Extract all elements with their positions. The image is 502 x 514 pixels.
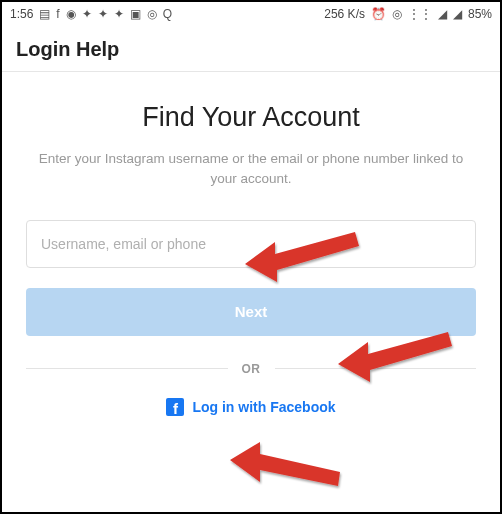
battery-text: 85% <box>468 7 492 21</box>
status-bar: 1:56 ▤ f ◉ ✦ ✦ ✦ ▣ ◎ Q 256 K/s ⏰ ◎ ⋮⋮ ◢ … <box>2 2 500 26</box>
notification-icon: ▤ <box>39 7 50 21</box>
chrome-icon: ◎ <box>147 7 157 21</box>
facebook-label: Log in with Facebook <box>192 399 335 415</box>
gallery-icon: ▣ <box>130 7 141 21</box>
svg-marker-2 <box>230 442 340 486</box>
main-content: Find Your Account Enter your Instagram u… <box>2 72 500 416</box>
quora-icon: Q <box>163 7 172 21</box>
wifi-icon: ⋮⋮ <box>408 7 432 21</box>
or-divider: OR <box>26 362 476 376</box>
next-button[interactable]: Next <box>26 288 476 336</box>
facebook-status-icon: f <box>56 7 59 21</box>
divider-label: OR <box>242 362 261 376</box>
content-subtitle: Enter your Instagram username or the ema… <box>26 149 476 190</box>
facebook-icon <box>166 398 184 416</box>
facebook-login-link[interactable]: Log in with Facebook <box>26 398 476 416</box>
page-title: Login Help <box>16 38 486 61</box>
divider-line-right <box>275 368 477 369</box>
divider-line-left <box>26 368 228 369</box>
signal2-icon: ◢ <box>453 7 462 21</box>
hotspot-icon: ◎ <box>392 7 402 21</box>
app-header: Login Help <box>2 26 500 72</box>
alarm-icon: ⏰ <box>371 7 386 21</box>
uc3-icon: ✦ <box>114 7 124 21</box>
status-time: 1:56 <box>10 7 33 21</box>
fb-circle-icon: ◉ <box>66 7 76 21</box>
username-input[interactable] <box>26 220 476 268</box>
status-left: 1:56 ▤ f ◉ ✦ ✦ ✦ ▣ ◎ Q <box>10 7 172 21</box>
net-speed: 256 K/s <box>324 7 365 21</box>
content-title: Find Your Account <box>26 102 476 133</box>
signal1-icon: ◢ <box>438 7 447 21</box>
uc2-icon: ✦ <box>98 7 108 21</box>
arrow-annotation-3 <box>222 442 352 512</box>
uc1-icon: ✦ <box>82 7 92 21</box>
status-right: 256 K/s ⏰ ◎ ⋮⋮ ◢ ◢ 85% <box>324 7 492 21</box>
